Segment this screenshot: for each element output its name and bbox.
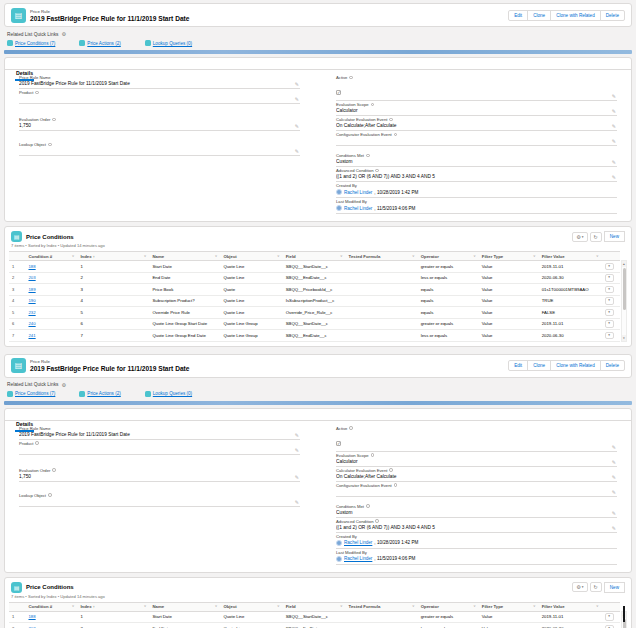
row-actions-button[interactable]: ▾ — [605, 274, 614, 282]
quick-links-header: Related List Quick Links ⚙ — [4, 27, 632, 38]
price-condition-row: 1 188 1 Start Date Quote Line SBQQ__Star… — [9, 261, 620, 273]
condition-number-link[interactable]: 188 — [28, 264, 35, 269]
condition-number-link[interactable]: 203 — [28, 275, 35, 280]
col-header-name[interactable]: ∨Name — [150, 602, 221, 611]
col-header-field[interactable]: ∨Field — [283, 602, 346, 611]
edit-field-icon[interactable]: ✎ — [295, 499, 299, 505]
field-lookup-object: Lookup Object ✎ — [19, 492, 300, 507]
edit-button[interactable]: Edit — [508, 10, 528, 21]
col-header-object[interactable]: ∨Object — [220, 252, 282, 261]
condition-number-link[interactable]: 188 — [28, 614, 35, 619]
quick-link-lookup-queries[interactable]: Lookup Queries (0) — [145, 391, 192, 397]
quick-link-price-conditions[interactable]: Price Conditions (7) — [7, 40, 55, 46]
row-actions-button[interactable]: ▾ — [605, 286, 614, 294]
quick-link-price-actions[interactable]: Price Actions (2) — [79, 391, 120, 397]
edit-field-icon[interactable]: ✎ — [612, 93, 616, 99]
delete-button[interactable]: Delete — [600, 10, 625, 21]
last-modified-by-user-link[interactable]: Rachel Linder — [344, 556, 372, 561]
row-actions-button[interactable]: ▾ — [605, 625, 614, 628]
table-header-row: ∨Condition # ∨Index ↑ ∨Name ∨Object ∨Fie… — [9, 252, 620, 261]
refresh-button[interactable]: ↻ — [590, 582, 602, 592]
chevron-down-icon: ∨ — [215, 254, 218, 258]
edit-field-icon[interactable]: ✎ — [295, 81, 299, 87]
condition-number-link[interactable]: 240 — [28, 321, 35, 326]
row-actions-button[interactable]: ▾ — [605, 332, 614, 340]
edit-field-icon[interactable]: ✎ — [612, 123, 616, 129]
list-settings-button[interactable]: ⚙▾ — [572, 232, 587, 242]
col-header-filter-value[interactable]: ∨Filter Value — [539, 602, 602, 611]
clone-button[interactable]: Clone — [527, 360, 551, 371]
clone-with-related-button[interactable]: Clone with Related — [550, 360, 601, 371]
active-checkbox[interactable] — [336, 90, 341, 95]
table-scrollbar[interactable]: ▲ ▼ — [621, 260, 627, 342]
condition-number-link[interactable]: 189 — [28, 287, 35, 292]
row-actions-button[interactable]: ▾ — [605, 309, 614, 317]
row-actions-button[interactable]: ▾ — [605, 320, 614, 328]
condition-number-link[interactable]: 232 — [28, 310, 35, 315]
chevron-down-icon: ∨ — [72, 254, 75, 258]
edit-field-icon[interactable]: ✎ — [612, 108, 616, 114]
gear-icon[interactable]: ⚙ — [61, 382, 65, 388]
edit-field-icon[interactable]: ✎ — [612, 138, 616, 144]
quick-link-price-conditions[interactable]: Price Conditions (7) — [7, 391, 55, 397]
col-header-object[interactable]: ∨Object — [220, 602, 282, 611]
col-header-operator[interactable]: ∨Operator — [418, 602, 479, 611]
list-settings-button[interactable]: ⚙▾ — [572, 582, 587, 592]
row-actions-button[interactable]: ▾ — [605, 263, 614, 271]
col-header-tested-formula[interactable]: ∨Tested Formula — [346, 252, 418, 261]
col-header-index[interactable]: ∨Index ↑ — [77, 602, 149, 611]
info-icon — [48, 493, 52, 497]
new-button[interactable]: New — [604, 231, 625, 242]
gear-icon[interactable]: ⚙ — [61, 31, 65, 37]
new-button[interactable]: New — [604, 582, 625, 593]
col-header-condition[interactable]: ∨Condition # — [25, 252, 77, 261]
col-header-index[interactable]: ∨Index ↑ — [77, 252, 149, 261]
edit-field-icon[interactable]: ✎ — [612, 474, 616, 480]
edit-field-icon[interactable]: ✎ — [612, 444, 616, 450]
edit-field-icon[interactable]: ✎ — [612, 174, 616, 180]
info-icon — [375, 169, 379, 173]
col-header-filter-type[interactable]: ∨Filter Type — [479, 252, 539, 261]
delete-button[interactable]: Delete — [600, 360, 625, 371]
field-last-modified-by: Last Modified By Rachel Linder, 11/5/201… — [336, 549, 617, 565]
field-evaluation-order: Evaluation Order 1,750 ✎ — [19, 467, 300, 482]
edit-field-icon[interactable]: ✎ — [295, 123, 299, 129]
edit-field-icon[interactable]: ✎ — [612, 489, 616, 495]
price-conditions-icon: ▤ — [11, 231, 22, 242]
condition-number-link[interactable]: 241 — [28, 333, 35, 338]
row-actions-button[interactable]: ▾ — [605, 297, 614, 305]
col-header-filter-value[interactable]: ∨Filter Value — [539, 252, 602, 261]
condition-number-link[interactable]: 190 — [28, 298, 35, 303]
edit-field-icon[interactable]: ✎ — [612, 459, 616, 465]
edit-field-icon[interactable]: ✎ — [295, 447, 299, 453]
created-by-user-link[interactable]: Rachel Linder — [344, 540, 372, 545]
edit-field-icon[interactable]: ✎ — [295, 148, 299, 154]
edit-field-icon[interactable]: ✎ — [295, 474, 299, 480]
clone-with-related-button[interactable]: Clone with Related — [550, 10, 601, 21]
row-actions-button[interactable]: ▾ — [605, 613, 614, 621]
col-header-tested-formula[interactable]: ∨Tested Formula — [346, 602, 418, 611]
edit-field-icon[interactable]: ✎ — [295, 432, 299, 438]
clone-button[interactable]: Clone — [527, 10, 551, 21]
active-checkbox[interactable] — [336, 441, 341, 446]
tab-bar: Details — [5, 58, 631, 70]
created-by-user-link[interactable]: Rachel Linder — [344, 190, 372, 195]
col-header-operator[interactable]: ∨Operator — [418, 252, 479, 261]
col-header-field[interactable]: ∨Field — [283, 252, 346, 261]
col-header-name[interactable]: ∨Name — [150, 252, 221, 261]
refresh-button[interactable]: ↻ — [590, 232, 602, 242]
scrollbar-thumb[interactable] — [623, 268, 626, 310]
edit-field-icon[interactable]: ✎ — [612, 159, 616, 165]
edit-field-icon[interactable]: ✎ — [612, 510, 616, 516]
edit-field-icon[interactable]: ✎ — [612, 525, 616, 531]
field-advanced-condition: Advanced Condition ((1 and 2) OR (6 AND … — [336, 167, 617, 182]
col-header-condition[interactable]: ∨Condition # — [25, 602, 77, 611]
price-conditions-icon: ▤ — [11, 582, 22, 593]
quick-link-lookup-queries[interactable]: Lookup Queries (0) — [145, 40, 192, 46]
edit-field-icon[interactable]: ✎ — [295, 96, 299, 102]
scroll-down-icon[interactable]: ▼ — [622, 335, 626, 341]
last-modified-by-user-link[interactable]: Rachel Linder — [344, 206, 372, 211]
quick-link-price-actions[interactable]: Price Actions (2) — [79, 40, 120, 46]
col-header-filter-type[interactable]: ∨Filter Type — [479, 602, 539, 611]
edit-button[interactable]: Edit — [508, 360, 528, 371]
